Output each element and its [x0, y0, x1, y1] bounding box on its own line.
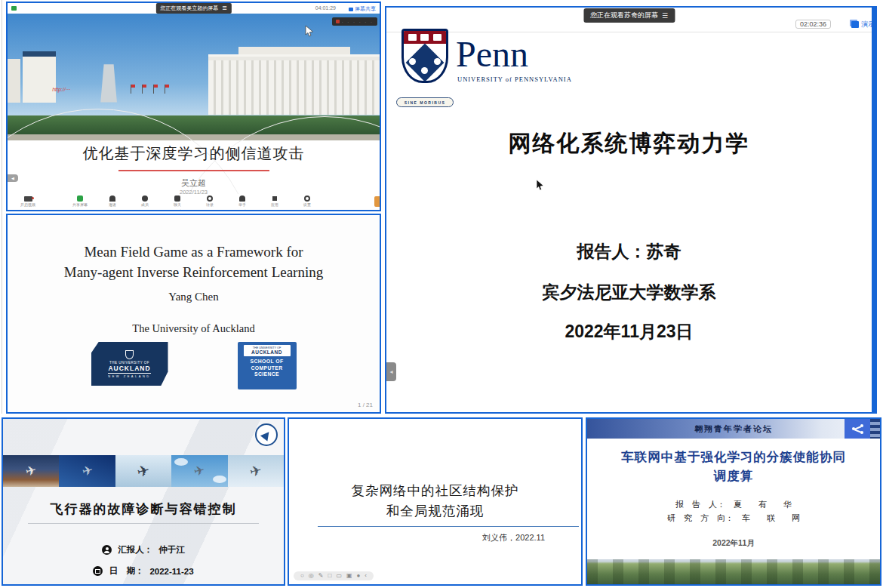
author-byline: 刘义伟，2022.11 [482, 532, 545, 543]
page-number: 1 / 21 [358, 402, 373, 408]
transport-photo: ✈ [228, 455, 284, 487]
red-flag [165, 85, 169, 94]
watching-screen-toast[interactable]: 您正在观看吴立超的屏幕 ☰ [155, 3, 231, 14]
iov-slide-tile: 翱翔青年学者论坛 车联网中基于强化学习的分簇使能协同 调度算 报 告 人： 夏 … [586, 417, 881, 586]
slide-title: 飞行器的故障诊断与容错控制 [3, 500, 284, 518]
penn-university-label: UNIVERSITY of PENNSYLVANIA [457, 75, 572, 83]
meeting-tile-wulichao: 您正在观看吴立超的屏幕 ☰ 04:01:29 屏幕共享 http://··· ·… [6, 2, 381, 211]
shield-chief-band [404, 31, 446, 44]
slide-title: 复杂网络中的社区结构保护 和全局规范涌现 [289, 481, 581, 522]
speaker-row: 报 告 人： 夏 有 华 [587, 499, 880, 510]
red-flag [131, 85, 135, 94]
meeting-timer: 02:02:36 [795, 20, 831, 29]
logo-header: THE UNIVERSITY OF AUCKLAND [244, 345, 291, 356]
jet-photo: ✈ [171, 455, 227, 487]
auckland-slide-tile: Mean Field Game as a Framework for Many-… [6, 214, 381, 414]
date-row: 日 期： 2022-11-23 [3, 565, 284, 577]
floating-widget[interactable] [374, 196, 381, 207]
red-flag [142, 85, 146, 94]
menu-icon[interactable]: ☰ [222, 5, 226, 11]
present-icon [851, 21, 859, 28]
toolbar-invite[interactable]: 邀请 [101, 195, 124, 208]
toolbar-apps[interactable]: 应用 [263, 195, 286, 208]
present-label: 演示 [861, 20, 875, 29]
present-button[interactable]: 演示 [851, 20, 875, 29]
notification-dot-icon [336, 20, 340, 23]
stealth-drone-photo: ✈ [115, 455, 171, 487]
window-edge-line [2, 0, 2, 414]
forum-title: 翱翔青年学者论坛 [694, 423, 773, 435]
network-slide-tile: 复杂网络中的社区结构保护 和全局规范涌现 刘义伟，2022.11 ○ ◎ ✎ □… [288, 417, 583, 586]
school-of-cs-logo: THE UNIVERSITY OF AUCKLAND SCHOOL OF COM… [238, 342, 297, 389]
author-name: Yang Chen [8, 291, 380, 303]
campus-panorama-photo [587, 559, 880, 584]
book-icon [408, 34, 417, 41]
toolbar-items: 共享屏幕 邀请 成员 聊天 转录 举手 应用 设置 [8, 195, 380, 208]
meeting-tile-suqi: 您正在观看苏奇的屏幕 ☰ 02:02:36 演示 SINE MORIBUS Pe… [385, 6, 877, 414]
video-icon[interactable]: ▭ [336, 573, 342, 579]
book-icon [433, 34, 442, 41]
mouse-cursor-white [305, 26, 314, 37]
plane-icon: ✈ [135, 460, 152, 481]
invite-icon [109, 195, 115, 202]
more-icon[interactable]: ● [357, 573, 361, 579]
share-icon [852, 424, 863, 434]
dolphin-icon [420, 34, 429, 41]
presenter-name: 吴立超 [8, 177, 380, 189]
calendar-icon [93, 566, 103, 576]
chat-icon [174, 195, 180, 202]
red-flag [153, 85, 158, 94]
affiliation-line: 宾夕法尼亚大学数学系 [386, 281, 872, 304]
toolbar-record[interactable]: 转录 [198, 195, 221, 208]
person-icon [102, 545, 112, 555]
watching-screen-label: 您正在观看吴立超的屏幕 [160, 5, 218, 12]
aircraft-slide-tile: ✈ ✈ ✈ ✈ ✈ 飞行器的故障诊断与容错控制 汇报人： 仲于江 日 期： 20… [2, 417, 285, 586]
toolbar-raise-hand[interactable]: 举手 [231, 195, 254, 208]
nuaa-logo [255, 423, 278, 446]
toolbar-share-screen[interactable]: 共享屏幕 [69, 195, 91, 208]
banner-stripes-decor [870, 419, 880, 439]
chat-notification-toast[interactable]: · · · · · · [332, 17, 377, 26]
zoom-icon[interactable]: □ [328, 573, 332, 579]
meeting-timer: 04:01:29 [315, 5, 336, 11]
title-underline [118, 170, 269, 171]
mouse-cursor-black [536, 180, 544, 191]
prev-slide-icon[interactable]: ○ [300, 573, 304, 579]
comment-icon[interactable]: ▣ [346, 573, 352, 579]
plane-icon: ✈ [248, 461, 263, 481]
apps-grid-icon [272, 195, 278, 202]
sidebar-collapse-handle[interactable]: ◂ [386, 362, 396, 381]
plane-icon: ✈ [80, 462, 94, 480]
toolbar-settings[interactable]: 设置 [296, 195, 318, 208]
plane-icon: ✈ [192, 462, 207, 480]
notification-text: · · · · · · [342, 20, 374, 24]
monument [100, 64, 117, 102]
meeting-toolbar: 开启视频 共享屏幕 邀请 成员 聊天 转录 举手 [8, 194, 380, 209]
presenter-row: 汇报人： 仲于江 [3, 544, 284, 556]
title-divider [318, 526, 579, 527]
pen-icon[interactable]: ✎ [318, 573, 324, 579]
affiliation: The University of Auckland [8, 322, 380, 335]
share-button[interactable] [845, 419, 870, 439]
main-building [208, 57, 380, 115]
slide-title: 网络化系统博弈动力学 [386, 128, 872, 159]
slide-title: 车联网中基于强化学习的分簇使能协同 调度算 [587, 448, 880, 485]
toolbar-members[interactable]: 成员 [134, 195, 156, 208]
meeting-header-bar: 您正在观看苏奇的屏幕 ☰ 02:02:36 演示 [386, 8, 872, 32]
title-underline [28, 523, 258, 524]
menu-icon[interactable]: ☰ [662, 12, 668, 20]
watching-screen-label: 您正在观看苏奇的屏幕 [590, 11, 658, 20]
watching-screen-toast[interactable]: 您正在观看苏奇的屏幕 ☰ [583, 8, 675, 23]
side-panel-handle[interactable]: ◀ [8, 174, 18, 182]
airliner-photo: ✈ [3, 455, 59, 487]
screen-share-icon [349, 8, 353, 11]
collapse-icon[interactable]: ‹ [365, 573, 367, 579]
auckland-crest-icon [125, 350, 134, 359]
fighter-photo: ✈ [59, 455, 115, 487]
screen-share-button[interactable]: 屏幕共享 [349, 5, 376, 13]
share-screen-icon [77, 195, 83, 202]
next-slide-icon[interactable]: ◎ [309, 573, 314, 579]
toolbar-chat[interactable]: 聊天 [166, 195, 189, 208]
speaker-line: 报告人：苏奇 [386, 240, 872, 263]
slide-title: 优化基于深度学习的侧信道攻击 [8, 143, 380, 164]
